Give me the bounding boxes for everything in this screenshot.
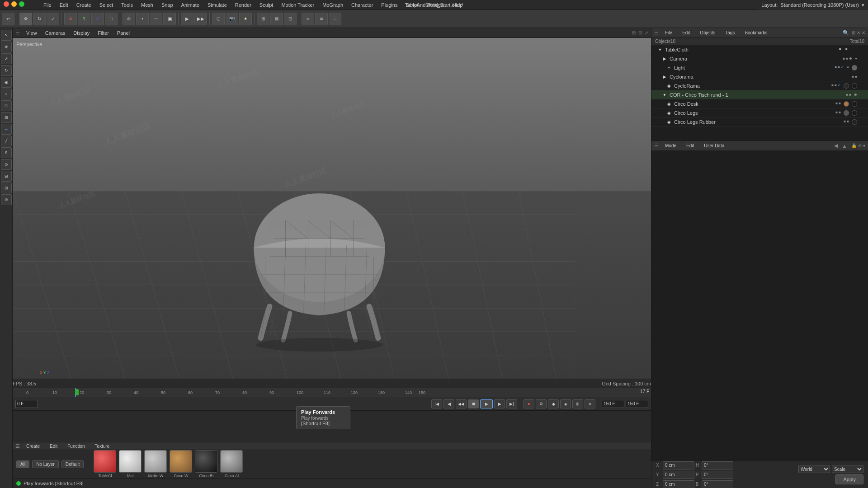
maximize-button[interactable] [19, 1, 24, 7]
menu-tools[interactable]: Tools [118, 1, 137, 9]
scale-select[interactable]: Scale [832, 465, 863, 473]
obj-row-cyclorama[interactable]: ▶ Cyclorama ■ ■ [651, 72, 868, 81]
go-end-button[interactable]: ▶| [506, 399, 517, 408]
left-tool-9[interactable]: ━ [1, 124, 12, 135]
scale-tool[interactable]: ⤢ [1, 53, 12, 64]
objects-menu-file[interactable]: File [661, 29, 676, 36]
viewport-menu-cameras[interactable]: Cameras [42, 29, 69, 37]
material-item-4[interactable]: Circo Ri [195, 450, 217, 478]
filter-no-layer[interactable]: No Layer [32, 460, 59, 468]
scale-tool-button[interactable]: ⤢ [47, 13, 59, 25]
z-axis-button[interactable]: Z [91, 13, 104, 25]
mode-menu-edit[interactable]: Edit [683, 142, 698, 149]
next-frame-button[interactable]: ▶ [494, 399, 505, 408]
camera-button[interactable]: 📷 [226, 13, 238, 25]
material-item-5[interactable]: Circo Al [220, 450, 243, 478]
cloth-button[interactable]: ≋ [315, 13, 328, 25]
menu-render[interactable]: Render [231, 1, 255, 9]
menu-mesh[interactable]: Mesh [137, 1, 157, 9]
menu-plugins[interactable]: Plugins [377, 1, 401, 9]
record-button[interactable]: ● [524, 399, 534, 408]
object-mode-button[interactable]: ⊕ [123, 13, 135, 25]
render-button[interactable]: ▶▶ [194, 13, 207, 25]
menu-sculpt[interactable]: Sculpt [256, 1, 277, 9]
y-input[interactable] [663, 471, 694, 479]
viewport-menu-display[interactable]: Display [70, 29, 93, 37]
material-menu-texture[interactable]: Texture [91, 443, 113, 450]
menu-mograph[interactable]: MoGraph [319, 1, 347, 9]
render-view-button[interactable]: ▶ [181, 13, 193, 25]
end-frame-input[interactable] [626, 400, 648, 408]
p-input[interactable] [702, 471, 733, 479]
prev-icon[interactable]: ◀ [834, 143, 838, 149]
particle-button[interactable]: ∴ [329, 13, 341, 25]
rotate-tool[interactable]: ↻ [1, 65, 12, 76]
left-tool-11[interactable]: $ [1, 147, 12, 158]
effector-button[interactable]: ⊠ [270, 13, 283, 25]
obj-row-circo-legs-rubber[interactable]: ◉ Circo Legs Rubber ■ ■ [651, 117, 868, 127]
stop-button[interactable]: ⏹ [468, 399, 479, 408]
prev-frame-button[interactable]: ◀ [443, 399, 454, 408]
point-mode-button[interactable]: • [136, 13, 149, 25]
material-menu-function[interactable]: Function [64, 443, 88, 450]
current-frame-input[interactable] [15, 400, 38, 408]
menu-animate[interactable]: Animate [178, 1, 203, 9]
left-tool-12[interactable]: ⊙ [1, 159, 12, 170]
mode-menu-mode[interactable]: Mode [661, 142, 680, 149]
menu-simulate[interactable]: Simulate [204, 1, 231, 9]
material-swatch-2[interactable] [144, 450, 167, 473]
left-tool-14[interactable]: ⊞ [1, 183, 12, 193]
light-button[interactable]: ✶ [239, 13, 252, 25]
material-item-0[interactable]: TableCl [94, 450, 116, 478]
go-start-button[interactable]: |◀ [431, 399, 442, 408]
start-frame-input[interactable] [602, 400, 624, 408]
material-swatch-0[interactable] [94, 450, 116, 473]
box-button[interactable]: □ [105, 13, 118, 25]
menu-select[interactable]: Select [96, 1, 117, 9]
key-all-button[interactable]: ◈ [560, 399, 571, 408]
material-item-2[interactable]: Matte W [144, 450, 167, 478]
objects-menu-bookmarks[interactable]: Bookmarks [741, 29, 771, 36]
undo-button[interactable]: ↩ [2, 13, 14, 25]
material-swatch-3[interactable] [170, 450, 192, 473]
objects-menu-edit[interactable]: Edit [679, 29, 693, 36]
viewport-menu-panel[interactable]: Panel [113, 29, 133, 37]
left-tool-5[interactable]: ◉ [1, 77, 12, 88]
obj-row-cor[interactable]: ▼ COR - Circo Tisch rund - 1 ■ ■ ⊕ [651, 90, 868, 99]
selection-tool[interactable]: ↖ [1, 30, 12, 41]
material-menu-edit[interactable]: Edit [46, 443, 61, 450]
move-tool[interactable]: ✥ [1, 42, 12, 52]
mode-menu-user-data[interactable]: User Data [700, 142, 728, 149]
field-button[interactable]: ⊡ [284, 13, 297, 25]
menu-edit[interactable]: Edit [56, 1, 72, 9]
filter-all[interactable]: All [16, 460, 29, 468]
key-button[interactable]: ◆ [548, 399, 559, 408]
close-button[interactable] [4, 1, 9, 7]
next-icon[interactable]: ▲ [842, 143, 847, 149]
filter-default[interactable]: Default [61, 460, 84, 468]
b-input[interactable] [702, 480, 733, 488]
apply-button[interactable]: Apply [835, 474, 863, 484]
layout-selector[interactable]: Layout: Standard (Recording 1080P) (User… [758, 0, 868, 10]
obj-row-tablecloth[interactable]: ▼ TableCloth ■ ■ [651, 45, 868, 54]
play-forward-button[interactable]: ▶ [480, 399, 493, 408]
left-tool-15[interactable]: ⊕ [1, 194, 12, 205]
material-swatch-1[interactable] [119, 450, 142, 473]
move-tool-button[interactable]: ✥ [19, 13, 32, 25]
world-select[interactable]: World Local [798, 465, 830, 473]
obj-row-light[interactable]: ✶ Light ■ ■ ✓ ● [651, 63, 868, 72]
left-tool-13[interactable]: ⊟ [1, 171, 12, 182]
cube-button[interactable]: ⬡ [212, 13, 225, 25]
x-axis-button[interactable]: ✕ [64, 13, 77, 25]
viewport-canvas[interactable]: 人人素材社区 人人素材社区 人人素材社区 人人素材社区 人人素材社区 人人素材社… [13, 38, 651, 379]
minimize-button[interactable] [11, 1, 17, 7]
start-marker[interactable] [75, 389, 79, 395]
h-input[interactable] [702, 461, 733, 469]
left-tool-6[interactable]: ○ [1, 89, 12, 99]
edge-mode-button[interactable]: ─ [150, 13, 162, 25]
deformer-button[interactable]: ⊞ [257, 13, 269, 25]
auto-key-button[interactable]: ⚙ [536, 399, 547, 408]
obj-row-cyclorama-obj[interactable]: ◉ CycloRama ■ ■ ✓ [651, 81, 868, 90]
polygon-mode-button[interactable]: ▣ [163, 13, 176, 25]
obj-row-camera[interactable]: ▶ Camera ■ ■ ⊕ ● [651, 54, 868, 63]
